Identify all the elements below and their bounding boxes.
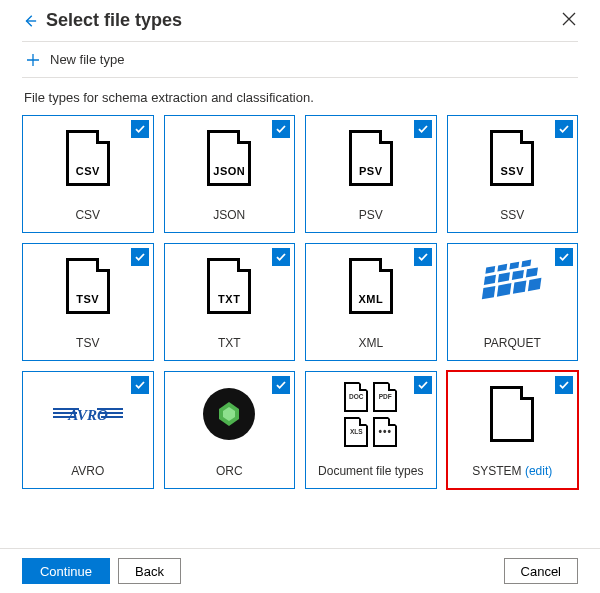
check-icon <box>414 248 432 266</box>
file-type-tile[interactable]: SYSTEM (edit) <box>447 371 579 489</box>
check-icon <box>555 248 573 266</box>
file-type-tile[interactable]: PARQUET <box>447 243 579 361</box>
tile-label: TXT <box>218 336 241 350</box>
file-type-tile[interactable]: TXTTXT <box>164 243 296 361</box>
parquet-icon <box>480 257 544 314</box>
tile-label: ORC <box>216 464 243 478</box>
check-icon <box>414 376 432 394</box>
file-icon <box>490 386 534 442</box>
check-icon <box>131 376 149 394</box>
tile-label: SSV <box>500 208 524 222</box>
file-type-tile[interactable]: CSVCSV <box>22 115 154 233</box>
file-icon: JSON <box>207 130 251 186</box>
file-type-tile[interactable]: SSVSSV <box>447 115 579 233</box>
file-type-tile[interactable]: ORC <box>164 371 296 489</box>
file-type-tile[interactable]: JSONJSON <box>164 115 296 233</box>
dialog-title: Select file types <box>46 10 182 31</box>
dialog-header: Select file types <box>22 10 578 39</box>
file-icon: TSV <box>66 258 110 314</box>
check-icon <box>555 376 573 394</box>
file-icon: XML <box>349 258 393 314</box>
plus-icon <box>26 53 40 67</box>
orc-icon <box>203 388 255 440</box>
file-type-tile[interactable]: DOCPDFXLS•••Document file types <box>305 371 437 489</box>
check-icon <box>272 376 290 394</box>
file-type-tile[interactable]: PSVPSV <box>305 115 437 233</box>
file-type-tile[interactable]: AVROAVRO <box>22 371 154 489</box>
file-icon: PSV <box>349 130 393 186</box>
document-grid-icon: DOCPDFXLS••• <box>344 382 397 447</box>
tile-label: PSV <box>359 208 383 222</box>
tile-label: TSV <box>76 336 99 350</box>
tile-label: JSON <box>213 208 245 222</box>
new-file-type-label: New file type <box>50 52 124 67</box>
check-icon <box>131 120 149 138</box>
avro-icon: AVRO <box>49 393 127 436</box>
file-icon: CSV <box>66 130 110 186</box>
file-icon: TXT <box>207 258 251 314</box>
file-type-grid: CSVCSVJSONJSONPSVPSVSSVSSVTSVTSVTXTTXTXM… <box>22 115 578 489</box>
file-type-tile[interactable]: XMLXML <box>305 243 437 361</box>
back-button[interactable]: Back <box>118 558 181 584</box>
file-icon: SSV <box>490 130 534 186</box>
tile-label: Document file types <box>318 464 423 478</box>
tile-label: PARQUET <box>484 336 541 350</box>
check-icon <box>555 120 573 138</box>
description-text: File types for schema extraction and cla… <box>24 90 576 105</box>
back-arrow-icon[interactable] <box>22 13 38 29</box>
dialog-footer: Continue Back Cancel <box>0 548 600 593</box>
tile-label: SYSTEM (edit) <box>472 464 552 478</box>
tile-label: XML <box>358 336 383 350</box>
continue-button[interactable]: Continue <box>22 558 110 584</box>
tile-label: CSV <box>75 208 100 222</box>
check-icon <box>272 248 290 266</box>
close-icon[interactable] <box>562 12 578 28</box>
cancel-button[interactable]: Cancel <box>504 558 578 584</box>
edit-link[interactable]: (edit) <box>525 464 552 478</box>
tile-label: AVRO <box>71 464 104 478</box>
svg-text:AVRO: AVRO <box>67 407 108 423</box>
check-icon <box>272 120 290 138</box>
check-icon <box>414 120 432 138</box>
check-icon <box>131 248 149 266</box>
new-file-type-button[interactable]: New file type <box>22 42 578 78</box>
file-type-tile[interactable]: TSVTSV <box>22 243 154 361</box>
